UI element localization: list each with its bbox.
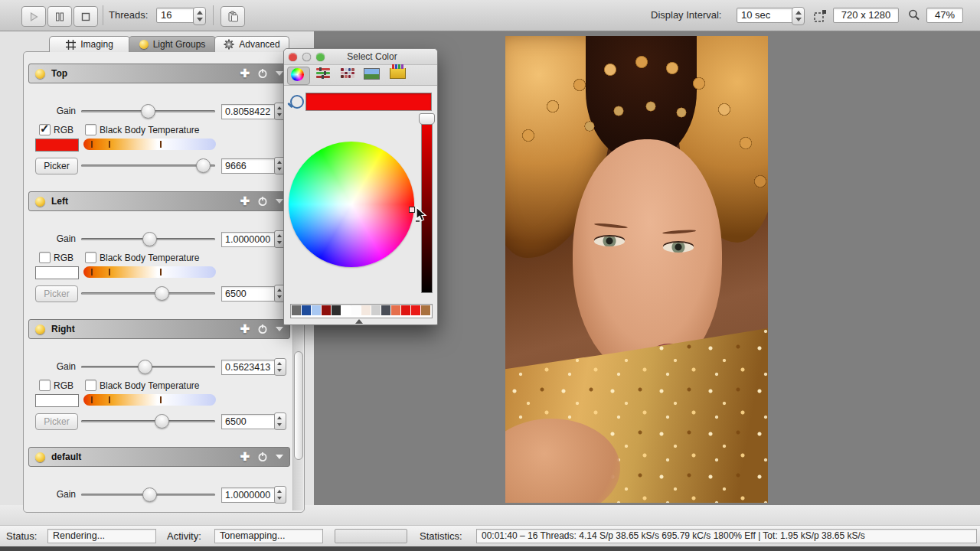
group-title: Right [51,324,75,334]
picker-value[interactable]: 9666 [221,158,276,174]
picker-slider[interactable] [81,286,215,300]
crayons-icon [390,68,406,79]
rgb-checkbox[interactable]: ✓ [39,124,51,135]
add-icon[interactable]: ✚ [240,68,250,79]
palette-swatch[interactable] [401,305,410,315]
gain-stepper[interactable] [274,358,286,376]
palette-swatch[interactable] [292,305,301,315]
group-header-top[interactable]: Top ✚ [28,64,290,83]
tab-advanced-label: Advanced [239,39,279,50]
color-swatch[interactable] [35,139,79,152]
bbt-checkbox[interactable] [85,124,96,135]
add-icon[interactable]: ✚ [240,452,250,462]
palette-icon [341,68,354,78]
gain-value[interactable]: 1.0000000 [221,487,276,503]
palette-swatch[interactable] [332,305,341,315]
color-wheel[interactable] [289,142,414,267]
picker-value[interactable]: 6500 [221,286,276,302]
power-icon[interactable] [257,452,268,462]
gain-label: Gain [45,489,76,500]
group-header-right[interactable]: Right ✚ [28,319,290,339]
chevron-down-icon[interactable] [276,71,283,76]
color-wheel-mode-button[interactable] [291,68,304,81]
palette-swatch[interactable] [312,305,321,315]
scrollbar-thumb[interactable] [294,351,303,460]
gain-value[interactable]: 1.0000000 [221,232,276,247]
play-button[interactable] [21,6,46,27]
bbt-checkbox[interactable] [85,380,96,391]
add-icon[interactable]: ✚ [240,196,250,207]
gain-label: Gain [45,106,76,116]
bbt-checkbox[interactable] [85,252,96,263]
palette-swatch[interactable] [381,305,390,315]
gain-slider[interactable] [81,487,215,501]
palette-swatch[interactable] [411,305,420,315]
power-icon[interactable] [257,196,268,207]
palette-mode-button[interactable] [341,68,354,78]
palette-swatch[interactable] [351,305,361,315]
pause-button[interactable] [47,6,72,27]
gain-value[interactable]: 0.5623413 [221,360,276,375]
palette-swatch[interactable] [391,305,400,315]
color-swatch[interactable] [35,266,79,279]
image-palettes-mode-button[interactable] [364,68,380,80]
brightness-slider[interactable] [421,118,433,293]
tab-advanced[interactable]: Advanced [214,36,289,52]
picker-slider[interactable] [81,158,215,172]
picker-slider[interactable] [81,414,215,428]
current-color-well[interactable] [305,93,432,111]
group-header-default[interactable]: default ✚ [28,447,290,467]
color-selection-marker[interactable] [409,207,415,213]
add-icon[interactable]: ✚ [240,324,250,334]
gain-slider[interactable] [81,104,215,118]
lightbulb-icon [35,324,45,334]
palette-swatch[interactable] [322,305,331,315]
swatch-drawer-handle[interactable] [355,319,363,324]
tab-imaging[interactable]: Imaging [49,36,130,52]
power-icon[interactable] [257,324,268,334]
group-header-left[interactable]: Left ✚ [28,191,290,211]
gain-slider[interactable] [81,360,215,373]
threads-field[interactable]: 16 [156,8,194,23]
group-title: default [51,452,81,462]
palette-swatch[interactable] [371,305,381,315]
threads-stepper[interactable] [193,7,206,25]
tab-imaging-label: Imaging [80,39,113,50]
resize-render-button[interactable] [813,8,828,25]
crayons-mode-button[interactable] [390,68,406,79]
picker-button[interactable]: Picker [35,158,78,174]
palette-swatch[interactable] [341,305,351,315]
palette-swatch[interactable] [421,305,430,315]
sliders-mode-button[interactable] [316,68,330,79]
chevron-down-icon[interactable] [276,199,283,204]
display-interval-stepper[interactable] [792,7,805,25]
rgb-checkbox[interactable] [39,380,51,391]
gain-stepper[interactable] [274,486,286,504]
color-swatch[interactable] [35,394,79,407]
picker-stepper[interactable] [274,412,286,430]
display-interval-field[interactable]: 10 sec [737,8,793,23]
gain-slider[interactable] [81,232,215,246]
toolbar-divider [103,5,103,25]
play-icon [28,11,39,22]
magnifier-picker-icon[interactable] [290,95,304,109]
brightness-slider-handle[interactable] [419,113,435,125]
chevron-down-icon[interactable] [276,455,283,459]
zoom-button[interactable] [907,8,921,24]
tab-light-groups[interactable]: Light Groups [129,36,216,52]
status-label: Status: [6,526,37,547]
chevron-down-icon[interactable] [276,327,283,331]
palette-swatch[interactable] [361,305,371,315]
gain-value[interactable]: 0.8058422 [221,104,276,119]
dialog-titlebar[interactable]: Select Color [284,49,437,65]
resolution-field[interactable]: 551 x 980 [833,8,899,23]
power-icon[interactable] [257,68,268,79]
picker-value[interactable]: 6500 [221,414,276,429]
palette-swatch[interactable] [302,305,311,315]
picker-button[interactable]: Picker [35,285,78,302]
copy-button[interactable] [220,6,245,27]
picker-button[interactable]: Picker [35,413,78,430]
rgb-checkbox[interactable] [39,252,51,263]
stop-button[interactable] [74,6,98,27]
zoom-field[interactable]: 47% [926,8,963,23]
